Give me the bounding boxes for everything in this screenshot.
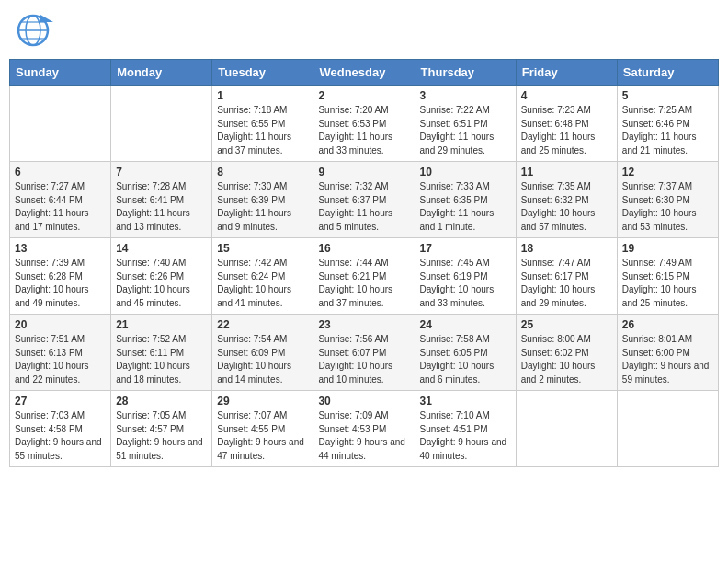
day-number: 11 (521, 166, 612, 178)
day-info: Sunrise: 7:20 AM Sunset: 6:53 PM Dayligh… (318, 104, 409, 157)
day-number: 24 (420, 318, 511, 331)
calendar-cell: 5Sunrise: 7:25 AM Sunset: 6:46 PM Daylig… (617, 86, 718, 162)
calendar-week-5: 27Sunrise: 7:03 AM Sunset: 4:58 PM Dayli… (10, 391, 719, 467)
svg-marker-5 (40, 15, 53, 22)
calendar-cell: 22Sunrise: 7:54 AM Sunset: 6:09 PM Dayli… (212, 315, 313, 391)
calendar-cell: 26Sunrise: 8:01 AM Sunset: 6:00 PM Dayli… (617, 315, 718, 391)
day-number: 29 (217, 395, 308, 408)
calendar-cell: 2Sunrise: 7:20 AM Sunset: 6:53 PM Daylig… (313, 86, 415, 162)
day-info: Sunrise: 7:32 AM Sunset: 6:37 PM Dayligh… (318, 180, 409, 234)
day-info: Sunrise: 7:22 AM Sunset: 6:51 PM Dayligh… (420, 104, 511, 157)
calendar-cell (617, 391, 718, 467)
day-info: Sunrise: 8:00 AM Sunset: 6:02 PM Dayligh… (521, 333, 612, 386)
day-number: 6 (15, 166, 106, 178)
calendar-cell: 30Sunrise: 7:09 AM Sunset: 4:53 PM Dayli… (313, 391, 415, 467)
day-header-thursday: Thursday (415, 60, 516, 86)
day-info: Sunrise: 7:51 AM Sunset: 6:13 PM Dayligh… (15, 333, 106, 386)
calendar-cell: 3Sunrise: 7:22 AM Sunset: 6:51 PM Daylig… (415, 86, 516, 162)
day-number: 3 (420, 89, 511, 102)
calendar-week-1: 1Sunrise: 7:18 AM Sunset: 6:55 PM Daylig… (10, 86, 719, 162)
logo (13, 13, 55, 48)
day-number: 19 (622, 242, 713, 255)
day-info: Sunrise: 7:25 AM Sunset: 6:46 PM Dayligh… (622, 104, 713, 157)
day-info: Sunrise: 7:49 AM Sunset: 6:15 PM Dayligh… (622, 257, 713, 310)
day-number: 2 (318, 89, 409, 102)
day-number: 27 (15, 395, 106, 408)
day-info: Sunrise: 7:10 AM Sunset: 4:51 PM Dayligh… (420, 409, 511, 463)
calendar-cell: 16Sunrise: 7:44 AM Sunset: 6:21 PM Dayli… (313, 238, 415, 315)
day-number: 10 (420, 166, 511, 178)
day-number: 14 (116, 242, 207, 255)
calendar-cell: 21Sunrise: 7:52 AM Sunset: 6:11 PM Dayli… (111, 315, 212, 391)
day-info: Sunrise: 7:18 AM Sunset: 6:55 PM Dayligh… (217, 104, 308, 157)
day-header-monday: Monday (111, 60, 212, 86)
day-info: Sunrise: 7:27 AM Sunset: 6:44 PM Dayligh… (15, 180, 106, 234)
day-number: 8 (217, 166, 308, 178)
calendar-cell: 23Sunrise: 7:56 AM Sunset: 6:07 PM Dayli… (313, 315, 415, 391)
day-info: Sunrise: 7:52 AM Sunset: 6:11 PM Dayligh… (116, 333, 207, 386)
day-number: 1 (217, 89, 308, 102)
calendar-cell: 12Sunrise: 7:37 AM Sunset: 6:30 PM Dayli… (617, 162, 718, 238)
day-info: Sunrise: 7:03 AM Sunset: 4:58 PM Dayligh… (15, 409, 106, 463)
day-info: Sunrise: 7:40 AM Sunset: 6:26 PM Dayligh… (116, 257, 207, 310)
day-info: Sunrise: 7:37 AM Sunset: 6:30 PM Dayligh… (622, 180, 713, 234)
day-info: Sunrise: 8:01 AM Sunset: 6:00 PM Dayligh… (622, 333, 713, 386)
calendar-cell (516, 391, 617, 467)
day-number: 26 (622, 318, 713, 331)
day-info: Sunrise: 7:09 AM Sunset: 4:53 PM Dayligh… (318, 409, 409, 463)
calendar-cell: 14Sunrise: 7:40 AM Sunset: 6:26 PM Dayli… (111, 238, 212, 315)
calendar-table: SundayMondayTuesdayWednesdayThursdayFrid… (9, 59, 719, 467)
calendar-cell: 20Sunrise: 7:51 AM Sunset: 6:13 PM Dayli… (10, 315, 111, 391)
day-number: 4 (521, 89, 612, 102)
calendar-cell: 28Sunrise: 7:05 AM Sunset: 4:57 PM Dayli… (111, 391, 212, 467)
page-header (9, 9, 719, 52)
day-info: Sunrise: 7:54 AM Sunset: 6:09 PM Dayligh… (217, 333, 308, 386)
day-info: Sunrise: 7:47 AM Sunset: 6:17 PM Dayligh… (521, 257, 612, 310)
day-number: 9 (318, 166, 409, 178)
day-number: 21 (116, 318, 207, 331)
day-info: Sunrise: 7:28 AM Sunset: 6:41 PM Dayligh… (116, 180, 207, 234)
day-number: 5 (622, 89, 713, 102)
calendar-cell: 15Sunrise: 7:42 AM Sunset: 6:24 PM Dayli… (212, 238, 313, 315)
calendar-cell: 8Sunrise: 7:30 AM Sunset: 6:39 PM Daylig… (212, 162, 313, 238)
day-number: 13 (15, 242, 106, 255)
day-number: 31 (420, 395, 511, 408)
calendar-header-row: SundayMondayTuesdayWednesdayThursdayFrid… (10, 60, 719, 86)
calendar-cell: 25Sunrise: 8:00 AM Sunset: 6:02 PM Dayli… (516, 315, 617, 391)
day-info: Sunrise: 7:45 AM Sunset: 6:19 PM Dayligh… (420, 257, 511, 310)
day-number: 20 (15, 318, 106, 331)
calendar-cell: 10Sunrise: 7:33 AM Sunset: 6:35 PM Dayli… (415, 162, 516, 238)
calendar-cell: 18Sunrise: 7:47 AM Sunset: 6:17 PM Dayli… (516, 238, 617, 315)
day-info: Sunrise: 7:35 AM Sunset: 6:32 PM Dayligh… (521, 180, 612, 234)
calendar-cell: 11Sunrise: 7:35 AM Sunset: 6:32 PM Dayli… (516, 162, 617, 238)
calendar-cell: 29Sunrise: 7:07 AM Sunset: 4:55 PM Dayli… (212, 391, 313, 467)
calendar-cell: 31Sunrise: 7:10 AM Sunset: 4:51 PM Dayli… (415, 391, 516, 467)
day-number: 23 (318, 318, 409, 331)
day-info: Sunrise: 7:07 AM Sunset: 4:55 PM Dayligh… (217, 409, 308, 463)
day-info: Sunrise: 7:44 AM Sunset: 6:21 PM Dayligh… (318, 257, 409, 310)
calendar-cell: 27Sunrise: 7:03 AM Sunset: 4:58 PM Dayli… (10, 391, 111, 467)
calendar-cell: 4Sunrise: 7:23 AM Sunset: 6:48 PM Daylig… (516, 86, 617, 162)
calendar-week-4: 20Sunrise: 7:51 AM Sunset: 6:13 PM Dayli… (10, 315, 719, 391)
day-info: Sunrise: 7:23 AM Sunset: 6:48 PM Dayligh… (521, 104, 612, 157)
day-number: 18 (521, 242, 612, 255)
calendar-cell: 7Sunrise: 7:28 AM Sunset: 6:41 PM Daylig… (111, 162, 212, 238)
day-info: Sunrise: 7:33 AM Sunset: 6:35 PM Dayligh… (420, 180, 511, 234)
day-number: 22 (217, 318, 308, 331)
calendar-cell: 6Sunrise: 7:27 AM Sunset: 6:44 PM Daylig… (10, 162, 111, 238)
calendar-cell: 13Sunrise: 7:39 AM Sunset: 6:28 PM Dayli… (10, 238, 111, 315)
day-info: Sunrise: 7:56 AM Sunset: 6:07 PM Dayligh… (318, 333, 409, 386)
calendar-week-3: 13Sunrise: 7:39 AM Sunset: 6:28 PM Dayli… (10, 238, 719, 315)
day-info: Sunrise: 7:42 AM Sunset: 6:24 PM Dayligh… (217, 257, 308, 310)
calendar-cell: 24Sunrise: 7:58 AM Sunset: 6:05 PM Dayli… (415, 315, 516, 391)
calendar-week-2: 6Sunrise: 7:27 AM Sunset: 6:44 PM Daylig… (10, 162, 719, 238)
day-number: 16 (318, 242, 409, 255)
day-number: 17 (420, 242, 511, 255)
logo-globe-icon (13, 13, 53, 48)
day-header-tuesday: Tuesday (212, 60, 313, 86)
day-info: Sunrise: 7:30 AM Sunset: 6:39 PM Dayligh… (217, 180, 308, 234)
calendar-cell (10, 86, 111, 162)
day-info: Sunrise: 7:58 AM Sunset: 6:05 PM Dayligh… (420, 333, 511, 386)
day-header-sunday: Sunday (10, 60, 111, 86)
day-number: 28 (116, 395, 207, 408)
